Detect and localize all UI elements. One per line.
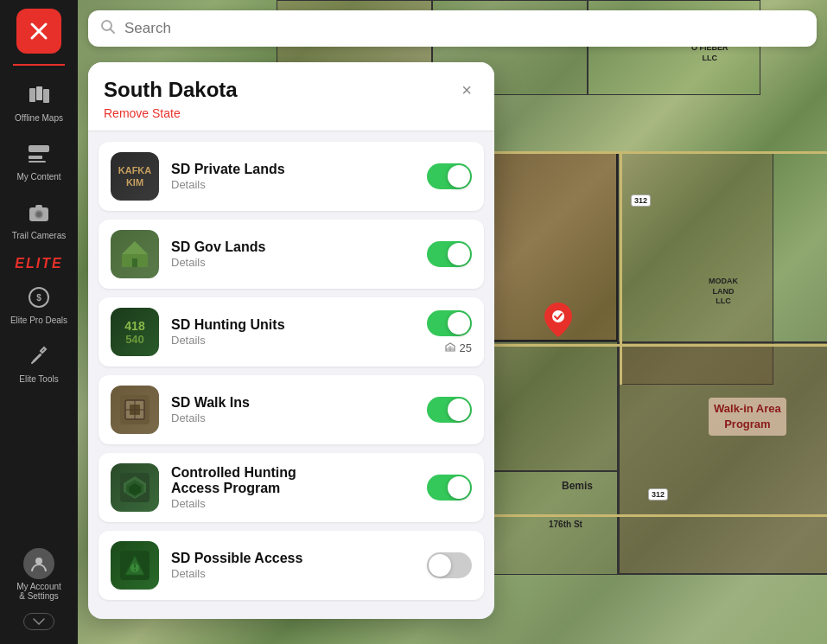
sidebar-divider xyxy=(13,64,65,66)
layer-right-sd-gov-lands xyxy=(427,241,472,267)
sidebar-item-my-content[interactable]: My Content xyxy=(4,131,73,188)
sidebar-item-elite-pro-deals-label: Elite Pro Deals xyxy=(10,316,67,325)
search-input-wrap xyxy=(88,10,817,47)
layer-right-sd-possible-access xyxy=(427,552,472,578)
deals-icon: $ xyxy=(23,282,54,313)
main-area: O FIEBERLLC MACKDEAN F& MACKNANCY MACKDA… xyxy=(78,0,827,644)
svg-text:$: $ xyxy=(36,293,41,303)
layer-details-sd-possible-access[interactable]: Details xyxy=(171,567,427,580)
sidebar: Offline Maps My Content Trail Cameras EL… xyxy=(0,0,78,644)
modal-header: South Dakota × Remove State xyxy=(88,62,494,131)
svg-rect-7 xyxy=(29,161,46,163)
layer-name-sd-walk-ins: SD Walk Ins xyxy=(171,395,427,411)
road-badge-312-1: 312 xyxy=(631,194,651,207)
layer-icon-sd-walk-ins xyxy=(111,386,159,434)
svg-rect-5 xyxy=(29,145,49,152)
sidebar-item-offline-maps[interactable]: Offline Maps xyxy=(4,73,73,130)
close-button[interactable] xyxy=(16,9,61,54)
map-icon xyxy=(23,80,54,111)
map-label-176th: 176th St xyxy=(549,519,582,530)
modal-body: KAFKAKIM SD Private Lands Details xyxy=(88,131,494,619)
layer-right-controlled-hunting xyxy=(427,475,472,501)
modal-title-row: South Dakota × xyxy=(104,78,479,102)
layer-right-sd-hunting-units: 25 xyxy=(427,310,472,354)
layer-info-sd-gov-lands: SD Gov Lands Details xyxy=(171,239,427,269)
sidebar-item-offline-maps-label: Offline Maps xyxy=(15,113,63,123)
state-layers-modal: South Dakota × Remove State KAFKAKIM SD … xyxy=(88,62,494,619)
layer-card-sd-possible-access: SD Possible Access Details xyxy=(99,531,484,600)
modal-close-button[interactable]: × xyxy=(455,78,479,102)
svg-rect-11 xyxy=(35,205,42,208)
layer-details-sd-private-lands[interactable]: Details xyxy=(171,178,427,191)
tools-icon xyxy=(23,341,54,372)
search-bar xyxy=(88,10,817,47)
svg-rect-4 xyxy=(43,89,49,103)
layer-right-sd-walk-ins xyxy=(427,397,472,423)
layer-name-sd-private-lands: SD Private Lands xyxy=(171,162,427,177)
layer-card-sd-gov-lands: SD Gov Lands Details xyxy=(99,220,484,289)
map-label-modak: MODAKLANDLLC xyxy=(709,277,738,307)
toggle-sd-gov-lands[interactable] xyxy=(427,241,472,267)
svg-marker-19 xyxy=(122,241,148,254)
layer-details-controlled-hunting[interactable]: Details xyxy=(171,497,427,510)
sidebar-item-account-settings[interactable]: My Account& Settings xyxy=(4,541,73,608)
layer-badge-count: 25 xyxy=(460,341,472,354)
layer-icon-sd-hunting-units: 418 540 xyxy=(111,308,159,356)
sidebar-item-my-content-label: My Content xyxy=(16,172,60,182)
layer-name-sd-possible-access: SD Possible Access xyxy=(171,551,427,566)
toggle-sd-walk-ins[interactable] xyxy=(427,397,472,423)
sidebar-item-elite-pro-deals[interactable]: $ Elite Pro Deals xyxy=(4,275,73,332)
remove-state-button[interactable]: Remove State xyxy=(104,106,181,131)
toggle-controlled-hunting[interactable] xyxy=(427,475,472,501)
toggle-sd-private-lands[interactable] xyxy=(427,163,472,189)
sidebar-bottom: My Account& Settings xyxy=(0,541,78,635)
layer-icon-sd-gov-lands xyxy=(111,230,159,278)
layer-info-controlled-hunting: Controlled HuntingAccess Program Details xyxy=(171,465,427,510)
layer-card-controlled-hunting: Controlled HuntingAccess Program Details xyxy=(99,453,484,522)
walkin-area-label: Walk-in AreaProgram xyxy=(709,398,786,436)
sidebar-item-trail-cameras-label: Trail Cameras xyxy=(12,231,66,240)
layer-details-sd-hunting-units[interactable]: Details xyxy=(171,334,427,347)
sidebar-item-account-settings-label: My Account& Settings xyxy=(16,582,61,601)
toggle-sd-possible-access[interactable] xyxy=(427,552,472,578)
svg-point-10 xyxy=(36,212,41,217)
search-input[interactable] xyxy=(124,20,805,37)
map-pin xyxy=(544,303,572,337)
svg-point-14 xyxy=(35,558,42,564)
layer-card-sd-private-lands: KAFKAKIM SD Private Lands Details xyxy=(99,142,484,211)
search-icon xyxy=(100,19,116,38)
chevron-down-button[interactable] xyxy=(23,613,54,630)
layer-name-sd-gov-lands: SD Gov Lands xyxy=(171,239,427,255)
layer-info-sd-walk-ins: SD Walk Ins Details xyxy=(171,395,427,424)
modal-title: South Dakota xyxy=(104,78,238,102)
layer-card-sd-walk-ins: SD Walk Ins Details xyxy=(99,375,484,444)
layer-info-sd-hunting-units: SD Hunting Units Details xyxy=(171,317,427,347)
svg-rect-20 xyxy=(132,258,137,267)
svg-rect-2 xyxy=(29,88,35,102)
svg-rect-6 xyxy=(29,156,42,159)
svg-line-17 xyxy=(111,29,115,34)
svg-rect-3 xyxy=(36,86,42,100)
layer-info-sd-private-lands: SD Private Lands Details xyxy=(171,162,427,191)
camera-icon xyxy=(23,197,54,228)
elite-label: ELITE xyxy=(15,256,62,271)
layer-right-sd-private-lands xyxy=(427,163,472,189)
layer-icon-controlled-hunting xyxy=(111,463,159,512)
map-label-bemis: Bemis xyxy=(562,480,593,494)
layer-name-sd-hunting-units: SD Hunting Units xyxy=(171,317,427,333)
sidebar-item-trail-cameras[interactable]: Trail Cameras xyxy=(4,190,73,247)
layer-info-sd-possible-access: SD Possible Access Details xyxy=(171,551,427,580)
layer-details-sd-gov-lands[interactable]: Details xyxy=(171,256,427,269)
layer-card-sd-hunting-units: 418 540 SD Hunting Units Details xyxy=(99,297,484,367)
content-icon xyxy=(23,138,54,169)
layer-badge-sd-hunting-units: 25 xyxy=(444,341,472,354)
avatar xyxy=(23,548,54,579)
layer-name-controlled-hunting: Controlled HuntingAccess Program xyxy=(171,465,427,496)
road-badge-312-2: 312 xyxy=(648,488,668,501)
sidebar-item-elite-tools-label: Elite Tools xyxy=(19,374,58,384)
layer-details-sd-walk-ins[interactable]: Details xyxy=(171,411,427,424)
toggle-sd-hunting-units[interactable] xyxy=(427,310,472,336)
layer-icon-sd-possible-access xyxy=(111,541,159,590)
sidebar-item-elite-tools[interactable]: Elite Tools xyxy=(4,334,73,391)
layer-icon-sd-private-lands: KAFKAKIM xyxy=(111,152,159,201)
